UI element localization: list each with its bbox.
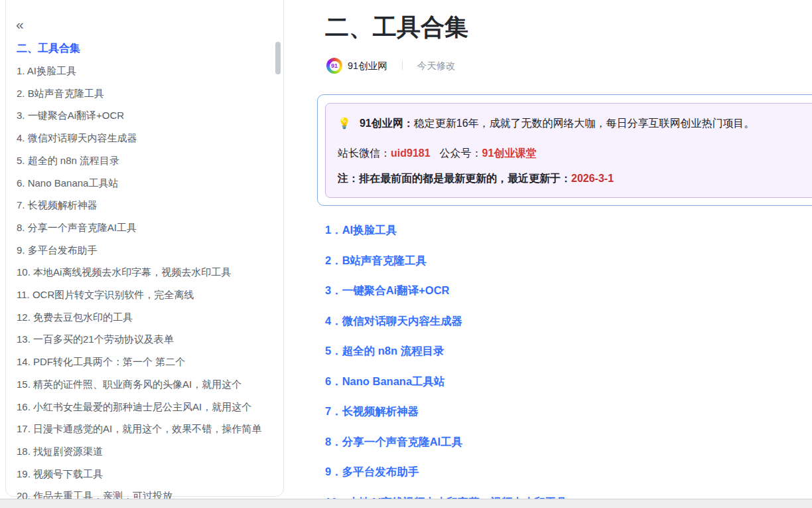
toc-list: 1. AI换脸工具2. B站声音克隆工具3. 一键聚合Ai翻译+OCR4. 微信…	[17, 60, 272, 507]
toc-item[interactable]: 18. 找短剧资源渠道	[17, 440, 272, 463]
bottom-scrollbar-track	[0, 499, 812, 508]
callout-line-2: 站长微信：uid9181公众号：91创业课堂	[338, 144, 809, 162]
toc-item[interactable]: 11. OCR图片转文字识别软件，完全离线	[17, 284, 272, 306]
doc-link[interactable]: 5．超全的 n8n 流程目录	[325, 336, 812, 367]
callout-block: 💡91创业网：稳定更新16年，成就了无数的网络大咖，每日分享互联网创业热门项目。…	[325, 103, 812, 198]
wechat-label: 站长微信：	[338, 147, 391, 159]
callout-intro-text: 稳定更新16年，成就了无数的网络大咖，每日分享互联网创业热门项目。	[414, 118, 755, 129]
toc-item[interactable]: 3. 一键聚合Ai翻译+OCR	[17, 104, 272, 127]
toc-item[interactable]: 12. 免费去豆包水印的工具	[17, 306, 272, 329]
toc-item[interactable]: 6. Nano Banana工具站	[17, 172, 272, 195]
author-row: 91 91创业网 今天修改	[326, 58, 456, 74]
doc-link[interactable]: 8．分享一个声音克隆AI工具	[325, 427, 812, 458]
toc-item[interactable]: 4. 微信对话聊天内容生成器	[17, 127, 272, 149]
toc-item[interactable]: 13. 一百多买的21个劳动协议及表单	[17, 328, 272, 351]
toc-item[interactable]: 2. B站声音克隆工具	[17, 82, 272, 105]
sidebar-collapse-icon[interactable]: «	[16, 17, 24, 31]
doc-link[interactable]: 9．多平台发布助手	[325, 457, 812, 487]
doc-link-list: 1．AI换脸工具2．B站声音克隆工具3．一键聚合Ai翻译+OCR4．微信对话聊天…	[325, 215, 812, 508]
author-avatar: 91	[326, 58, 342, 74]
toc-item[interactable]: 17. 日漫卡通感觉的AI，就用这个，效果不错，操作简单	[17, 418, 272, 440]
toc-item[interactable]: 19. 视频号下载工具	[17, 463, 272, 485]
avatar-logo-text: 91	[330, 61, 340, 71]
toc-item[interactable]: 16. 小红书女生最爱的那种迪士尼公主风AI，就用这个	[17, 396, 272, 418]
author-name[interactable]: 91创业网	[348, 60, 387, 72]
official-account-name: 91创业课堂	[482, 147, 537, 159]
doc-link[interactable]: 1．AI换脸工具	[325, 215, 812, 246]
doc-link[interactable]: 3．一键聚合Ai翻译+OCR	[325, 276, 812, 306]
callout-line-1: 💡91创业网：稳定更新16年，成就了无数的网络大咖，每日分享互联网创业热门项目。	[338, 114, 809, 132]
page-title: 二、工具合集	[325, 13, 468, 41]
toc-item[interactable]: 9. 多平台发布助手	[17, 239, 272, 262]
toc-item[interactable]: 1. AI换脸工具	[17, 60, 272, 82]
doc-link[interactable]: 4．微信对话聊天内容生成器	[325, 306, 812, 337]
sidebar-scrollbar-thumb[interactable]	[275, 42, 281, 74]
note-text: 注：排在最前面的都是最新更新的，最近更新于：	[338, 173, 571, 184]
official-account-label: 公众号：	[440, 147, 482, 159]
author-divider	[402, 61, 403, 70]
callout-site-name: 91创业网：	[360, 118, 414, 129]
last-updated-date: 2026-3-1	[571, 173, 614, 184]
toc-item[interactable]: 14. PDF转化工具两个：第一个 第二个	[17, 351, 272, 373]
lightbulb-icon: 💡	[338, 118, 351, 129]
doc-link[interactable]: 2．B站声音克隆工具	[325, 246, 812, 276]
wechat-id: uid9181	[391, 147, 431, 159]
toc-item[interactable]: 10. 本地Ai离线视频去水印字幕，视频去水印工具	[17, 261, 272, 284]
callout-line-3: 注：排在最前面的都是最新更新的，最近更新于：2026-3-1	[338, 169, 809, 187]
toc-item[interactable]: 5. 超全的 n8n 流程目录	[17, 149, 272, 172]
doc-link[interactable]: 6．Nano Banana工具站	[325, 367, 812, 397]
toc-item[interactable]: 8. 分享一个声音克隆AI工具	[17, 216, 272, 239]
toc-title[interactable]: 二、工具合集	[17, 42, 80, 56]
doc-link[interactable]: 7．长视频解析神器	[325, 396, 812, 427]
toc-item[interactable]: 7. 长视频解析神器	[17, 194, 272, 216]
toc-item[interactable]: 15. 精英的证件照、职业商务风的头像AI，就用这个	[17, 373, 272, 396]
modified-timestamp: 今天修改	[417, 60, 456, 72]
